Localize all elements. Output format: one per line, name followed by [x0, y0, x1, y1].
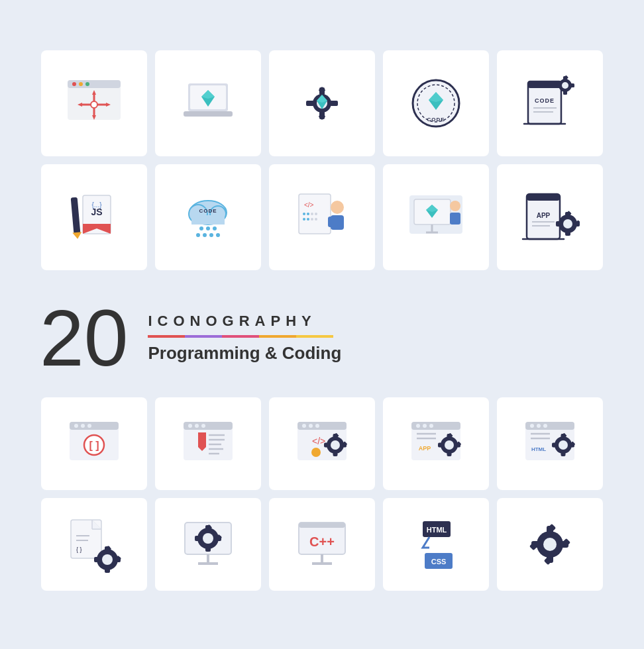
laptop-diamond-icon — [178, 74, 238, 133]
svg-point-124 — [311, 448, 321, 457]
svg-point-57 — [206, 226, 210, 230]
icon-card-r2c2: CODE — [155, 164, 261, 270]
svg-point-61 — [209, 233, 213, 237]
svg-point-102 — [81, 424, 85, 428]
svg-rect-93 — [565, 230, 570, 236]
svg-point-3 — [79, 82, 83, 86]
title-block: ICONOGRAPHY Programming & Coding — [148, 313, 341, 364]
icon-card-r1c1 — [41, 50, 147, 156]
browser-code-gear-icon: </> — [292, 414, 352, 474]
icon-card-r3c1: [ ] — [41, 397, 147, 490]
svg-text:APP: APP — [537, 212, 551, 219]
icon-card-r1c5: CODE — [497, 50, 603, 156]
svg-point-11 — [91, 101, 97, 108]
svg-rect-84 — [450, 213, 460, 225]
svg-text:{ }: { } — [76, 546, 82, 553]
svg-text:{...}: {...} — [91, 201, 102, 209]
svg-point-174 — [102, 554, 113, 565]
js-bookmark-icon: JS {...} — [64, 187, 124, 247]
svg-rect-129 — [324, 443, 329, 448]
count-number: 20 — [40, 298, 128, 377]
svg-point-122 — [315, 424, 319, 428]
html-css-icon: HTML CSS — [406, 515, 466, 574]
color-bar-red — [148, 335, 185, 338]
svg-rect-188 — [195, 536, 201, 541]
svg-point-72 — [315, 218, 317, 221]
svg-rect-86 — [527, 194, 560, 201]
icon-card-r4c1: { } — [41, 498, 147, 591]
icon-card-r2c1: JS {...} — [41, 164, 147, 270]
svg-text:HTML: HTML — [427, 526, 447, 534]
monitor-diamond-developer-icon — [406, 187, 466, 247]
subtitle: Programming & Coding — [148, 343, 341, 364]
svg-point-185 — [203, 533, 213, 544]
svg-point-38 — [562, 82, 568, 89]
icon-card-r1c2 — [155, 50, 261, 156]
icon-row-4: { } — [27, 498, 617, 591]
svg-rect-94 — [556, 221, 562, 226]
svg-point-62 — [216, 233, 220, 237]
icon-row-1: CODE CODE — [27, 50, 617, 156]
code-laptop-gear-icon: CODE — [520, 74, 580, 133]
web-design-tool-icon — [64, 74, 124, 133]
svg-point-110 — [201, 424, 205, 428]
svg-rect-42 — [570, 83, 574, 87]
svg-text:CSS: CSS — [431, 558, 447, 566]
svg-point-121 — [309, 424, 313, 428]
code-developer-icon: </> — [292, 187, 352, 247]
svg-text:CODE: CODE — [199, 208, 217, 214]
svg-rect-111 — [198, 432, 206, 447]
svg-rect-22 — [330, 101, 338, 106]
svg-rect-41 — [556, 83, 561, 87]
svg-rect-161 — [552, 443, 557, 448]
svg-point-91 — [563, 219, 572, 228]
icon-card-r2c5: APP — [497, 164, 603, 270]
svg-point-69 — [311, 213, 313, 215]
svg-point-153 — [543, 424, 547, 428]
browser-certificate-icon — [178, 414, 238, 474]
svg-rect-187 — [205, 545, 211, 552]
svg-point-58 — [213, 226, 217, 230]
svg-point-73 — [331, 201, 344, 214]
svg-point-4 — [85, 82, 89, 86]
icon-card-r2c4 — [383, 164, 489, 270]
icon-card-r4c3: C++ — [269, 498, 375, 591]
svg-point-70 — [315, 213, 317, 215]
icon-card-r4c4: HTML CSS — [383, 498, 489, 591]
app-mobile-gear-icon: APP — [520, 187, 580, 247]
gear-diamond-icon — [292, 74, 352, 133]
svg-point-83 — [450, 201, 460, 211]
svg-point-67 — [303, 218, 305, 221]
svg-point-103 — [87, 424, 91, 428]
svg-text:</>: </> — [304, 201, 314, 209]
svg-text:</>: </> — [312, 436, 325, 446]
cloud-code-icon: CODE — [178, 187, 238, 247]
svg-point-71 — [311, 218, 313, 221]
svg-point-108 — [188, 424, 192, 428]
svg-rect-76 — [337, 217, 343, 227]
iconography-label: ICONOGRAPHY — [148, 313, 341, 330]
svg-rect-176 — [105, 566, 110, 573]
svg-rect-14 — [184, 111, 233, 117]
main-container: CODE CODE — [0, 30, 644, 619]
icon-card-r1c3 — [269, 50, 375, 156]
svg-rect-145 — [438, 443, 443, 448]
icon-card-r1c4: CODE — [383, 50, 489, 156]
icon-card-r3c4: APP — [383, 397, 489, 490]
svg-rect-21 — [306, 101, 314, 106]
svg-point-151 — [530, 424, 534, 428]
color-bar-purple — [185, 335, 222, 338]
svg-point-2 — [72, 82, 76, 86]
svg-rect-193 — [299, 523, 345, 528]
svg-text:[ ]: [ ] — [89, 440, 99, 451]
cpp-monitor-icon: C++ — [292, 515, 352, 574]
svg-point-202 — [543, 538, 557, 551]
icon-row-3: [ ] — [27, 397, 617, 490]
svg-point-56 — [199, 226, 203, 230]
file-code-gear-icon: { } — [64, 515, 124, 574]
monitor-gear-icon — [178, 515, 238, 574]
svg-point-65 — [303, 213, 305, 215]
svg-rect-177 — [94, 557, 101, 562]
svg-point-60 — [203, 233, 207, 237]
svg-rect-144 — [447, 451, 452, 456]
